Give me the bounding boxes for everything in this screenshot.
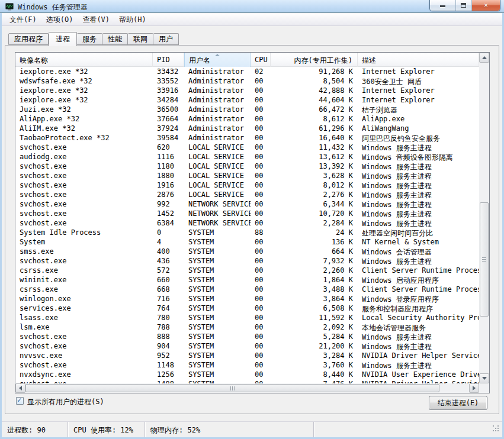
maximize-button[interactable] (456, 0, 472, 11)
table-row[interactable]: nvxdsync.exe1256SYSTEM008,440 KNVIDIA Us… (15, 370, 479, 379)
table-cell: SYSTEM (184, 285, 251, 294)
table-row[interactable]: wininit.exe660SYSTEM001,864 KWindows 启动应… (15, 275, 479, 285)
table-row[interactable]: iexplore.exe *3233916Administrator0042,8… (15, 86, 479, 95)
close-button[interactable]: ✕ (472, 0, 500, 11)
table-cell: services.exe (15, 304, 153, 313)
show-all-users-checkbox[interactable]: ✓ (16, 397, 24, 405)
table-cell: 8,504 K (271, 76, 358, 86)
table-row[interactable]: svchost.exe620LOCAL SERVICE0011,432 KWin… (15, 143, 479, 152)
table-row[interactable]: AliApp.exe *3237664Administrator008,612 … (15, 114, 479, 124)
status-cpu-usage: CPU 使用率: 12% (68, 422, 145, 437)
column-header[interactable]: PID (153, 53, 184, 67)
table-row[interactable]: wdswfsafe.exe *3233552Administrator008,5… (15, 76, 479, 86)
table-row[interactable]: svchost.exe1452NETWORK SERVICE0010,720 K… (15, 209, 479, 218)
table-cell: SYSTEM (184, 351, 251, 360)
scroll-down-button[interactable] (479, 373, 489, 383)
table-row[interactable]: audiodg.exe1116LOCAL SERVICE0013,612 KWi… (15, 152, 479, 162)
scroll-right-button[interactable] (469, 383, 479, 393)
table-cell: 2,092 K (271, 322, 358, 332)
table-row[interactable]: winlogon.exe716SYSTEM003,864 KWindows 登录… (15, 294, 479, 304)
tab[interactable]: 用户 (153, 33, 179, 45)
task-manager-icon (5, 2, 14, 11)
status-process-count: 进程数: 90 (2, 422, 68, 437)
table-cell: 39584 (153, 133, 184, 143)
table-row[interactable]: svchost.exe2876LOCAL SERVICE002,276 KWin… (15, 190, 479, 199)
table-cell: 21,200 K (271, 341, 358, 351)
column-header[interactable]: 描述 (358, 53, 479, 67)
vertical-scrollbar[interactable] (479, 53, 489, 383)
tab[interactable]: 服务 (77, 33, 102, 45)
menu-item[interactable]: 文件(F) (5, 14, 41, 26)
table-cell: Internet Explorer (358, 67, 479, 76)
menu-item[interactable]: 帮助(H) (114, 14, 151, 26)
table-cell: SYSTEM (184, 275, 251, 285)
column-header[interactable]: 内存(专用工作集) (271, 53, 358, 67)
table-cell: 00 (251, 114, 271, 124)
scroll-left-button[interactable] (15, 383, 25, 393)
scroll-up-button[interactable] (479, 53, 489, 63)
table-cell: 00 (251, 162, 271, 171)
table-cell: 00 (251, 95, 271, 105)
table-cell: Windows 服务主进程 (358, 218, 479, 228)
table-cell: 6,344 K (271, 199, 358, 209)
table-row[interactable]: svchost.exe888SYSTEM005,284 KWindows 服务主… (15, 332, 479, 341)
table-cell: Administrator (184, 76, 251, 86)
column-header[interactable]: 用户名 (184, 53, 251, 67)
table-row[interactable]: AliIM.exe *3237924Administrator0061,296 … (15, 124, 479, 133)
column-header[interactable]: 映像名称 (15, 53, 153, 67)
table-row[interactable]: iexplore.exe *3234284Administrator0044,6… (15, 95, 479, 105)
table-row[interactable]: svchost.exe1148SYSTEM003,760 KWindows 服务… (15, 360, 479, 370)
table-row[interactable]: Juzi.exe *3236500Administrator0066,472 K… (15, 105, 479, 114)
table-cell: 3,284 K (271, 351, 358, 360)
table-row[interactable]: svchost.exe904SYSTEM0021,200 KWindows 服务… (15, 341, 479, 351)
end-process-button[interactable]: 结束进程(E) (429, 396, 487, 410)
table-cell: 88 (251, 228, 271, 237)
menu-item[interactable]: 选项(O) (41, 14, 78, 26)
table-row[interactable]: System Idle Process0SYSTEM8824 K处理器空闲时间百… (15, 228, 479, 237)
table-cell: csrss.exe (15, 285, 153, 294)
table-row[interactable]: nvvsvc.exe952SYSTEM003,284 KNVIDIA Drive… (15, 351, 479, 360)
titlebar[interactable]: Windows 任务管理器 ✕ (0, 0, 504, 13)
tab[interactable]: 应用程序 (8, 33, 49, 45)
table-cell: 8,012 K (271, 180, 358, 190)
vertical-scroll-thumb[interactable] (480, 202, 489, 317)
table-row[interactable]: svchost.exe992NETWORK SERVICE006,344 KWi… (15, 199, 479, 209)
tab[interactable]: 性能 (102, 33, 128, 45)
show-all-users-label[interactable]: 显示所有用户的进程(S) (27, 397, 104, 407)
table-row[interactable]: smss.exe400SYSTEM00664 KWindows 会话管理器 (15, 247, 479, 256)
column-header[interactable]: CPU (251, 53, 271, 67)
tab[interactable]: 联网 (128, 33, 153, 45)
table-row[interactable]: System4SYSTEM00136 KNT Kernel & System (15, 237, 479, 247)
statusbar: 进程数: 90 CPU 使用率: 12% 物理内存: 52% (2, 421, 502, 437)
table-row[interactable]: services.exe764SYSTEM006,508 K服务和控制器应用程序 (15, 304, 479, 313)
table-row[interactable]: lsass.exe780SYSTEM0011,592 KLocal Securi… (15, 313, 479, 322)
horizontal-scrollbar[interactable] (15, 383, 479, 393)
table-cell: 00 (251, 266, 271, 275)
table-row[interactable]: svchost.exe1180LOCAL SERVICE0013,392 KWi… (15, 162, 479, 171)
table-row[interactable]: TaobaoProtect.exe *3239584Administrator0… (15, 133, 479, 143)
table-row[interactable]: iexplore.exe *3233432Administrator0291,2… (15, 67, 479, 76)
table-row[interactable]: lsm.exe788SYSTEM002,092 K本地会话管理器服务 (15, 322, 479, 332)
table-row[interactable]: svchost.exe436SYSTEM007,932 KWindows 服务主… (15, 256, 479, 266)
column-header-label: CPU (255, 56, 268, 64)
resize-grip-icon[interactable] (493, 425, 500, 432)
horizontal-scroll-thumb[interactable] (25, 384, 439, 392)
table-cell: Windows 服务主进程 (358, 360, 479, 370)
table-cell: 24 K (271, 228, 358, 237)
tab[interactable]: 进程 (49, 32, 77, 46)
table-cell: 00 (251, 133, 271, 143)
table-row[interactable]: svchost.exe1880LOCAL SERVICE003,628 KWin… (15, 171, 479, 180)
table-cell: 02 (251, 67, 271, 76)
minimize-button[interactable] (430, 0, 456, 11)
table-row[interactable]: svchost.exe1916LOCAL SERVICE008,012 KWin… (15, 180, 479, 190)
table-cell: 00 (251, 294, 271, 304)
table-cell: 61,296 K (271, 124, 358, 133)
table-cell: 00 (251, 256, 271, 266)
table-cell: 33916 (153, 86, 184, 95)
table-row[interactable]: csrss.exe668SYSTEM003,488 KClient Server… (15, 285, 479, 294)
tab-strip: 应用程序进程服务性能联网用户 (8, 31, 179, 46)
table-cell: NT Kernel & System (358, 237, 479, 247)
table-row[interactable]: csrss.exe572SYSTEM002,260 KClient Server… (15, 266, 479, 275)
menu-item[interactable]: 查看(V) (78, 14, 114, 26)
table-row[interactable]: svchost.exe6384NETWORK SERVICE002,284 KW… (15, 218, 479, 228)
